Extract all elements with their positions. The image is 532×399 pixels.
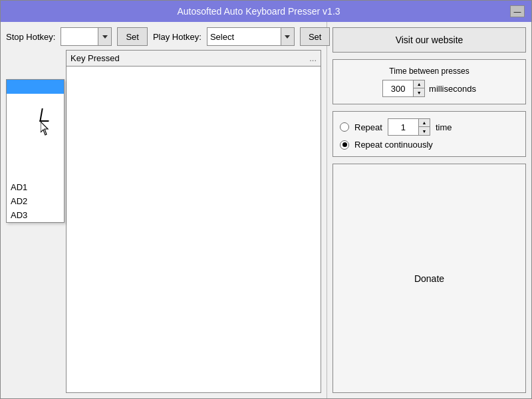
col-ellipsis: ... [309,53,317,63]
dropdown-list-empty-space [7,94,64,180]
minimize-button[interactable]: — [510,5,525,17]
key-table: Key Pressed ... [66,50,321,393]
repeat-spin-up[interactable]: ▲ [419,119,430,127]
time-input-wrapper[interactable]: ▲ ▼ [382,80,425,97]
col-key-pressed: Key Pressed [70,53,120,63]
set-play-button[interactable]: Set [300,27,331,46]
window-title: Autosofted Auto Keyboard Presser v1.3 [7,6,510,17]
dropdown-list-item-ad2[interactable]: AD2 [7,194,64,208]
repeat-section: Repeat ▲ ▼ time Repeat continuously [332,111,526,157]
repeat-times-row: Repeat ▲ ▼ time [340,118,519,136]
donate-section[interactable]: Donate [332,164,526,393]
right-panel: Visit our website Time between presses ▲… [327,22,531,398]
visit-website-button[interactable]: Visit our website [332,27,526,53]
repeat-count-wrapper[interactable]: ▲ ▼ [388,118,430,136]
time-spin-down[interactable]: ▼ [414,88,424,96]
stop-hotkey-dropdown-list[interactable]: AD1 AD2 AD3 [6,79,65,223]
set-stop-button[interactable]: Set [117,27,148,46]
repeat-spin-buttons: ▲ ▼ [418,119,430,135]
stop-hotkey-arrow-btn[interactable] [98,28,111,45]
repeat-continuously-radio[interactable] [340,140,349,150]
dropdown-list-item-ad1[interactable]: AD1 [7,180,64,194]
time-between-presses-section: Time between presses ▲ ▼ milliseconds [332,59,526,104]
repeat-continuously-row: Repeat continuously [340,140,519,150]
repeat-spin-down[interactable]: ▼ [419,127,430,135]
stop-hotkey-chevron-icon [102,35,108,39]
repeat-count-input[interactable] [388,119,418,135]
time-spin-up[interactable]: ▲ [414,80,424,88]
repeat-times-radio[interactable] [340,122,349,132]
stop-hotkey-input[interactable] [61,28,98,45]
main-window: Autosofted Auto Keyboard Presser v1.3 — … [0,0,532,399]
window-controls: — [510,5,525,17]
table-body[interactable] [66,66,321,392]
left-panel: Stop Hotkey: Set Play Hotkey: SelectF1F2… [1,22,327,398]
times-label: time [436,122,452,132]
repeat-label: Repeat [354,122,382,132]
time-section-label: Time between presses [340,66,519,76]
play-hotkey-label: Play Hotkey: [153,32,201,42]
milliseconds-label: milliseconds [429,84,476,94]
toolbar-row: Stop Hotkey: Set Play Hotkey: SelectF1F2… [6,27,321,46]
donate-label: Donate [414,273,444,284]
title-bar: Autosofted Auto Keyboard Presser v1.3 — [1,1,531,22]
content-area: Stop Hotkey: Set Play Hotkey: SelectF1F2… [1,22,531,398]
stop-hotkey-dropdown[interactable] [61,27,112,46]
dropdown-list-item-ad3[interactable]: AD3 [7,208,64,222]
repeat-continuously-label: Repeat continuously [354,140,433,150]
stop-hotkey-label: Stop Hotkey: [6,32,55,42]
dropdown-list-item-selected[interactable] [7,80,64,94]
time-spin-buttons: ▲ ▼ [413,80,424,96]
play-hotkey-dropdown[interactable]: SelectF1F2F3F4F5F6F7F8F9F10F11F12 [207,27,295,46]
play-hotkey-select[interactable]: SelectF1F2F3F4F5F6F7F8F9F10F11F12 [207,28,294,45]
table-header: Key Pressed ... [66,51,321,66]
time-row: ▲ ▼ milliseconds [340,80,519,97]
time-input[interactable] [383,80,413,96]
